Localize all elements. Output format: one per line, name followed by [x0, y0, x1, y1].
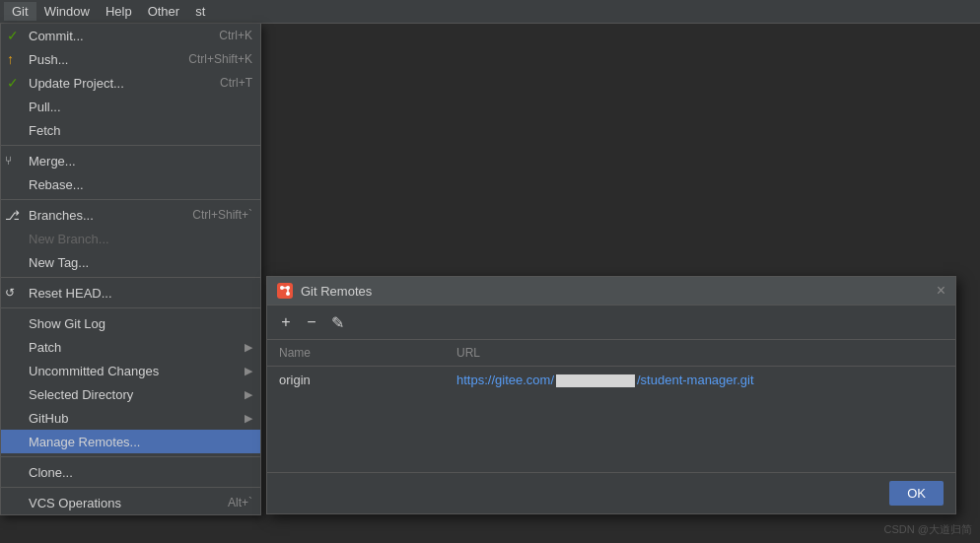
dialog-toolbar: + − ✎: [267, 305, 955, 340]
menu-item-clone[interactable]: Clone...: [1, 460, 260, 484]
menubar-other[interactable]: Other: [140, 2, 188, 21]
col-header-url: URL: [445, 340, 955, 367]
menu-item-github-label: GitHub: [29, 411, 68, 426]
menu-item-new-branch: New Branch...: [1, 227, 260, 250]
patch-submenu-arrow: ▶: [245, 341, 252, 354]
menu-item-github[interactable]: GitHub ▶: [1, 406, 260, 430]
menu-item-push-shortcut: Ctrl+Shift+K: [188, 52, 252, 66]
github-submenu-arrow: ▶: [245, 412, 252, 425]
menu-item-show-git-log[interactable]: Show Git Log: [1, 311, 260, 335]
dialog-footer: OK: [267, 472, 955, 513]
menu-item-pull[interactable]: Pull...: [1, 95, 260, 118]
menu-item-manage-remotes-label: Manage Remotes...: [29, 435, 140, 449]
menu-item-push[interactable]: ↑ Push... Ctrl+Shift+K: [1, 47, 260, 71]
menubar: Git Window Help Other st: [0, 0, 980, 24]
menu-item-update-project[interactable]: ✓ Update Project... Ctrl+T: [1, 71, 260, 95]
menu-item-new-tag[interactable]: New Tag...: [1, 250, 260, 274]
url-redacted: [556, 374, 635, 387]
menu-item-new-branch-label: New Branch...: [29, 232, 109, 246]
menu-item-rebase-label: Rebase...: [29, 177, 84, 192]
menu-item-branches-shortcut: Ctrl+Shift+`: [192, 208, 252, 222]
menu-item-vcs-shortcut: Alt+`: [228, 496, 252, 509]
menubar-git[interactable]: Git: [4, 2, 36, 21]
watermark: CSDN @大道归简: [884, 522, 972, 537]
git-dropdown-menu: ✓ Commit... Ctrl+K ↑ Push... Ctrl+Shift+…: [0, 24, 261, 515]
add-remote-button[interactable]: +: [275, 311, 297, 333]
dialog-titlebar: Git Remotes ×: [267, 277, 955, 305]
menu-item-commit-shortcut: Ctrl+K: [219, 29, 252, 42]
menu-item-commit[interactable]: ✓ Commit... Ctrl+K: [1, 24, 260, 47]
menu-item-merge[interactable]: ⑂ Merge...: [1, 149, 260, 172]
git-dialog-icon: [277, 283, 293, 299]
selected-dir-submenu-arrow: ▶: [245, 388, 252, 401]
edit-remote-button[interactable]: ✎: [326, 311, 348, 333]
separator-1: [1, 145, 260, 146]
remotes-table: Name URL origin https://gitee.com//stude…: [267, 340, 955, 393]
branch-icon: ⎇: [5, 208, 20, 223]
url-prefix: https://gitee.com/: [456, 373, 554, 387]
reset-icon: ↺: [5, 286, 15, 300]
dialog-empty-space: [267, 393, 955, 472]
menu-item-pull-label: Pull...: [29, 100, 61, 114]
menu-item-fetch[interactable]: Fetch: [1, 118, 260, 142]
menu-item-uncommitted-changes-label: Uncommitted Changes: [29, 364, 159, 378]
separator-2: [1, 199, 260, 200]
separator-4: [1, 307, 260, 308]
menu-item-fetch-label: Fetch: [29, 123, 61, 138]
menu-item-commit-label: Commit...: [29, 29, 84, 43]
menu-item-vcs-operations-label: VCS Operations: [29, 496, 121, 510]
menubar-help[interactable]: Help: [98, 2, 140, 21]
menu-item-merge-label: Merge...: [29, 154, 76, 169]
git-remotes-dialog: Git Remotes × + − ✎ Name URL origin http…: [266, 276, 956, 514]
remove-remote-button[interactable]: −: [301, 311, 322, 333]
arrow-up-icon: ↑: [7, 51, 14, 67]
checkmark2-icon: ✓: [7, 75, 19, 91]
merge-icon: ⑂: [5, 154, 12, 168]
menu-item-show-git-log-label: Show Git Log: [29, 316, 105, 331]
menu-item-patch[interactable]: Patch ▶: [1, 335, 260, 359]
menu-item-vcs-operations[interactable]: VCS Operations Alt+`: [1, 491, 260, 514]
menu-item-branches[interactable]: ⎇ Branches... Ctrl+Shift+`: [1, 203, 260, 227]
menu-item-update-shortcut: Ctrl+T: [220, 76, 252, 90]
menu-item-selected-directory[interactable]: Selected Directory ▶: [1, 382, 260, 406]
dialog-title: Git Remotes: [301, 284, 372, 299]
menu-item-new-tag-label: New Tag...: [29, 255, 89, 270]
remote-name-cell: origin: [267, 367, 445, 394]
menu-item-patch-label: Patch: [29, 340, 61, 355]
menu-item-reset-head-label: Reset HEAD...: [29, 286, 112, 301]
dialog-close-button[interactable]: ×: [937, 283, 945, 299]
menu-item-reset-head[interactable]: ↺ Reset HEAD...: [1, 281, 260, 305]
checkmark-icon: ✓: [7, 28, 19, 43]
url-suffix: /student-manager.git: [637, 373, 754, 387]
menu-item-clone-label: Clone...: [29, 465, 73, 480]
menu-item-selected-directory-label: Selected Directory: [29, 387, 133, 402]
table-row[interactable]: origin https://gitee.com//student-manage…: [267, 367, 955, 394]
ok-button[interactable]: OK: [889, 481, 944, 506]
separator-5: [1, 456, 260, 457]
menu-item-push-label: Push...: [29, 52, 68, 67]
remote-url-cell: https://gitee.com//student-manager.git: [445, 367, 955, 394]
separator-6: [1, 487, 260, 488]
uncommitted-submenu-arrow: ▶: [245, 365, 252, 377]
menubar-st[interactable]: st: [187, 2, 213, 21]
menu-item-branches-label: Branches...: [29, 208, 94, 223]
col-header-name: Name: [267, 340, 445, 367]
menu-item-manage-remotes[interactable]: Manage Remotes...: [1, 430, 260, 453]
menu-item-rebase[interactable]: Rebase...: [1, 172, 260, 196]
separator-3: [1, 277, 260, 278]
menubar-window[interactable]: Window: [36, 2, 98, 21]
menu-item-update-project-label: Update Project...: [29, 76, 124, 91]
menu-item-uncommitted-changes[interactable]: Uncommitted Changes ▶: [1, 359, 260, 382]
